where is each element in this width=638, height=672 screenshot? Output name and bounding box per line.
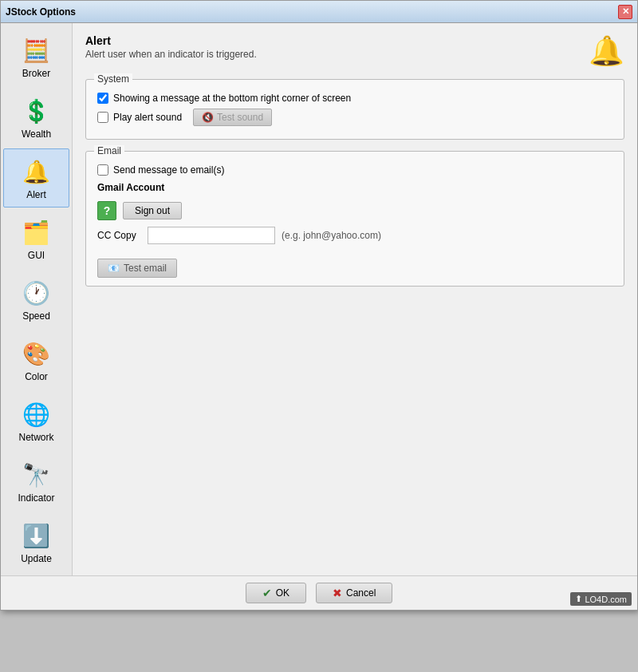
sidebar-label-color: Color bbox=[25, 371, 48, 382]
email-section: Email Send message to email(s) Gmail Acc… bbox=[85, 151, 624, 287]
gui-icon: 🗂️ bbox=[21, 216, 53, 248]
sidebar-item-indicator[interactable]: 🔭 Indicator bbox=[3, 452, 69, 511]
show-message-label: Showing a message at the bottom right co… bbox=[113, 93, 351, 104]
email-section-content: Send message to email(s) Gmail Account ?… bbox=[97, 164, 612, 278]
panel-bell-icon: 🔔 bbox=[589, 34, 624, 68]
system-section: System Showing a message at the bottom r… bbox=[85, 79, 624, 140]
sidebar-label-network: Network bbox=[18, 432, 53, 443]
play-sound-row: Play alert sound 🔇 Test sound bbox=[97, 109, 612, 126]
panel-title: Alert bbox=[85, 34, 257, 47]
speed-icon: 🕐 bbox=[21, 277, 53, 309]
cc-copy-row: CC Copy (e.g. john@yahoo.com) bbox=[97, 227, 612, 244]
sidebar-label-wealth: Wealth bbox=[22, 128, 51, 140]
color-icon: 🎨 bbox=[21, 338, 53, 370]
main-window: JStock Options ✕ 🧮 Broker 💲 Wealth 🔔 Ale… bbox=[0, 0, 638, 611]
system-section-label: System bbox=[94, 73, 132, 85]
network-icon: 🌐 bbox=[21, 398, 53, 430]
alert-icon: 🔔 bbox=[21, 156, 53, 188]
play-sound-label: Play alert sound bbox=[113, 112, 182, 123]
sidebar-item-update[interactable]: ⬇️ Update bbox=[3, 512, 69, 571]
test-email-label: Test email bbox=[124, 263, 167, 274]
gmail-account-block: Gmail Account ? Sign out bbox=[97, 182, 612, 220]
cc-copy-input[interactable] bbox=[148, 227, 275, 244]
sidebar-item-broker[interactable]: 🧮 Broker bbox=[3, 27, 69, 86]
system-section-content: Showing a message at the bottom right co… bbox=[97, 93, 612, 126]
sidebar-item-color[interactable]: 🎨 Color bbox=[3, 330, 69, 389]
indicator-icon: 🔭 bbox=[21, 459, 53, 491]
cc-copy-label: CC Copy bbox=[97, 230, 141, 241]
sidebar-item-network[interactable]: 🌐 Network bbox=[3, 391, 69, 450]
gmail-account-label: Gmail Account bbox=[97, 182, 612, 193]
help-button[interactable]: ? bbox=[97, 201, 116, 220]
watermark-text: LO4D.com bbox=[585, 595, 627, 604]
panel-description: Alert user when an indicator is triggere… bbox=[85, 49, 257, 60]
wealth-icon: 💲 bbox=[21, 95, 53, 127]
sidebar: 🧮 Broker 💲 Wealth 🔔 Alert 🗂️ GUI 🕐 bbox=[1, 23, 73, 575]
send-email-checkbox[interactable] bbox=[97, 164, 108, 176]
sidebar-label-gui: GUI bbox=[28, 250, 45, 261]
cross-icon: ✖ bbox=[333, 587, 342, 599]
send-email-row: Send message to email(s) bbox=[97, 164, 612, 176]
ok-label: OK bbox=[276, 587, 289, 599]
sidebar-label-broker: Broker bbox=[22, 68, 50, 79]
panel-header-text: Alert Alert user when an indicator is tr… bbox=[85, 34, 257, 60]
checkmark-icon: ✔ bbox=[262, 587, 272, 599]
broker-icon: 🧮 bbox=[21, 34, 53, 66]
cancel-label: Cancel bbox=[346, 587, 376, 599]
cancel-button[interactable]: ✖ Cancel bbox=[316, 583, 392, 603]
cc-hint: (e.g. john@yahoo.com) bbox=[282, 230, 381, 241]
sidebar-item-speed[interactable]: 🕐 Speed bbox=[3, 270, 69, 329]
show-message-row: Showing a message at the bottom right co… bbox=[97, 93, 612, 104]
gmail-row: ? Sign out bbox=[97, 201, 612, 220]
sidebar-item-alert[interactable]: 🔔 Alert bbox=[3, 148, 69, 208]
sidebar-label-speed: Speed bbox=[22, 310, 50, 322]
main-content: 🧮 Broker 💲 Wealth 🔔 Alert 🗂️ GUI 🕐 bbox=[1, 23, 637, 575]
watermark-icon: ⬆ bbox=[575, 594, 582, 604]
test-email-button[interactable]: 📧 Test email bbox=[97, 259, 177, 278]
close-button[interactable]: ✕ bbox=[618, 5, 632, 19]
sidebar-item-gui[interactable]: 🗂️ GUI bbox=[3, 209, 69, 268]
bottom-bar: ✔ OK ✖ Cancel bbox=[1, 575, 637, 610]
sign-out-button[interactable]: Sign out bbox=[123, 202, 182, 219]
sidebar-label-update: Update bbox=[21, 553, 52, 564]
email-section-label: Email bbox=[94, 145, 124, 156]
right-panel: Alert Alert user when an indicator is tr… bbox=[73, 23, 637, 575]
sidebar-label-indicator: Indicator bbox=[18, 492, 54, 504]
test-sound-button[interactable]: 🔇 Test sound bbox=[193, 109, 272, 126]
speaker-icon: 🔇 bbox=[202, 112, 214, 123]
title-bar: JStock Options ✕ bbox=[1, 1, 637, 23]
show-message-checkbox[interactable] bbox=[97, 93, 108, 104]
panel-header: Alert Alert user when an indicator is tr… bbox=[85, 34, 624, 68]
send-email-label: Send message to email(s) bbox=[113, 164, 224, 176]
email-icon: 📧 bbox=[108, 263, 120, 274]
sidebar-item-wealth[interactable]: 💲 Wealth bbox=[3, 88, 69, 147]
update-icon: ⬇️ bbox=[21, 520, 53, 551]
watermark: ⬆ LO4D.com bbox=[570, 592, 632, 606]
sidebar-label-alert: Alert bbox=[26, 189, 46, 200]
ok-button[interactable]: ✔ OK bbox=[246, 583, 306, 603]
play-sound-checkbox[interactable] bbox=[97, 112, 108, 123]
window-title: JStock Options bbox=[6, 6, 76, 18]
sign-out-label: Sign out bbox=[135, 205, 170, 216]
test-sound-label: Test sound bbox=[217, 112, 263, 123]
